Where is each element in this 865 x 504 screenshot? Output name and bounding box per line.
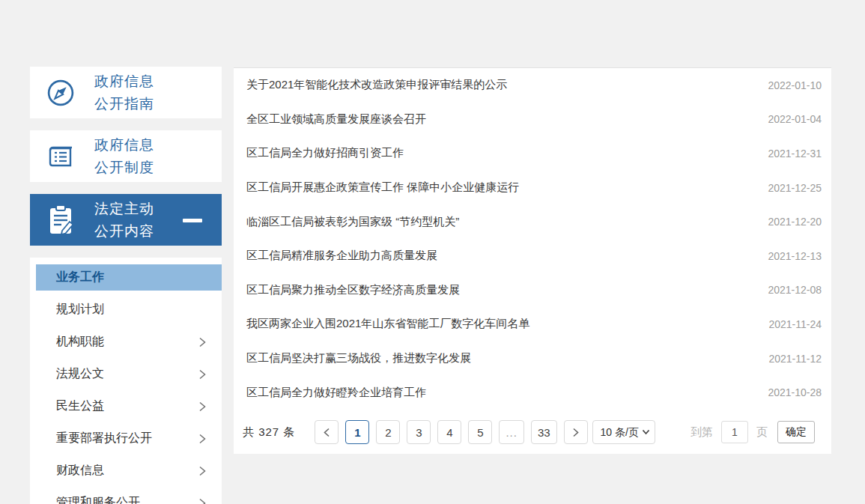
chevron-left-icon (323, 428, 331, 437)
article-title: 区工信局精准服务企业助力高质量发展 (246, 249, 753, 263)
chevron-right-icon (198, 433, 207, 445)
article-title: 区工信局聚力推动全区数字经济高质量发展 (246, 283, 753, 297)
page-number-buttons: 12345...33 (345, 420, 563, 444)
article-title: 关于2021年智能化技术改造政策申报评审结果的公示 (246, 78, 753, 92)
page-number-button[interactable]: ... (499, 420, 524, 444)
article-date: 2021-12-13 (768, 250, 822, 262)
article-date: 2021-10-28 (768, 386, 822, 398)
submenu-item-label: 重要部署执行公开 (56, 431, 152, 446)
article-date: 2021-12-08 (768, 284, 822, 296)
article-title: 全区工业领域高质量发展座谈会召开 (246, 112, 753, 127)
sidebar-submenu-item[interactable]: 管理和服务公开 (30, 487, 222, 504)
submenu-item-label: 法规公文 (56, 366, 104, 382)
goto-page-input[interactable] (721, 421, 748, 443)
sidebar-submenu-item[interactable]: 法规公文 (30, 358, 222, 390)
page-number-button[interactable]: 2 (376, 420, 400, 444)
total-count-label: 共 327 条 (243, 425, 295, 440)
article-title: 我区两家企业入围2021年山东省智能工厂数字化车间名单 (246, 317, 753, 331)
page: 政府信息 公开指南 政府信息 公开制度 (0, 0, 865, 504)
next-page-button[interactable] (564, 420, 588, 444)
article-title: 区工信局全力做好瞪羚企业培育工作 (246, 386, 753, 400)
sidebar-submenu: 业务工作 规划计划 机构职能 法规公文 民生公益 重要部署执行公开 财政信息 (30, 258, 222, 504)
submenu-item-label: 财政信息 (56, 463, 104, 479)
notebook-icon (45, 139, 76, 174)
page-number-button[interactable]: 33 (531, 420, 557, 444)
article-title: 区工信局坚决打赢三场战役，推进数字化发展 (246, 351, 753, 365)
sidebar-item-label: 政府信息 公开制度 (94, 134, 154, 179)
article-title: 区工信局开展惠企政策宣传工作 保障中小企业健康运行 (246, 180, 753, 195)
sidebar-submenu-item[interactable]: 民生公益 (30, 390, 222, 422)
page-size-select-wrap: 10 条/页 (592, 420, 655, 444)
article-row[interactable]: 临淄区工信局被表彰为国家级 “节约型机关” 2021-12-20 (234, 204, 831, 239)
sidebar-submenu-item[interactable]: 业务工作 (36, 264, 222, 291)
article-row[interactable]: 关于2021年智能化技术改造政策申报评审结果的公示 2022-01-10 (234, 68, 831, 103)
article-row[interactable]: 区工信局坚决打赢三场战役，推进数字化发展 2021-11-12 (234, 341, 831, 376)
clipboard-pen-icon (45, 203, 76, 237)
page-number-button[interactable]: 5 (468, 420, 492, 444)
chevron-right-icon (198, 465, 207, 477)
goto-page-group: 到第 页 确定 (691, 421, 815, 443)
page-number-button[interactable]: 4 (437, 420, 461, 444)
submenu-item-label: 管理和服务公开 (56, 495, 140, 504)
goto-prefix-label: 到第 (691, 425, 713, 440)
article-row[interactable]: 我区两家企业入围2021年山东省智能工厂数字化车间名单 2021-11-24 (234, 307, 831, 341)
article-title: 临淄区工信局被表彰为国家级 “节约型机关” (246, 215, 753, 229)
sidebar-item-info-guide[interactable]: 政府信息 公开指南 (30, 67, 222, 118)
sidebar: 政府信息 公开指南 政府信息 公开制度 (30, 67, 222, 504)
submenu-item-label: 业务工作 (56, 270, 104, 285)
article-row[interactable]: 区工信局全力做好瞪羚企业培育工作 2021-10-28 (234, 375, 831, 410)
pagination-bar: 共 327 条 12345...33 10 条/页 到第 (234, 410, 831, 455)
sidebar-item-info-system[interactable]: 政府信息 公开制度 (30, 130, 222, 182)
article-row[interactable]: 区工信局全力做好招商引资工作 2021-12-31 (234, 136, 831, 171)
chevron-right-icon (198, 497, 207, 504)
main-content: 关于2021年智能化技术改造政策申报评审结果的公示 2022-01-10 全区工… (234, 67, 831, 454)
article-date: 2021-12-31 (768, 148, 822, 160)
confirm-button[interactable]: 确定 (777, 421, 815, 443)
article-date: 2021-12-20 (768, 216, 822, 228)
article-row[interactable]: 区工信局精准服务企业助力高质量发展 2021-12-13 (234, 239, 831, 273)
article-row[interactable]: 区工信局开展惠企政策宣传工作 保障中小企业健康运行 2021-12-25 (234, 171, 831, 205)
submenu-item-label: 机构职能 (56, 334, 104, 350)
sidebar-submenu-item[interactable]: 财政信息 (30, 455, 222, 487)
goto-suffix-label: 页 (756, 425, 768, 440)
sidebar-submenu-item[interactable]: 规划计划 (30, 294, 222, 326)
article-date: 2021-12-25 (768, 182, 822, 194)
article-date: 2022-01-10 (768, 79, 822, 91)
chevron-right-icon (198, 368, 207, 380)
chevron-right-icon (571, 428, 580, 437)
sidebar-item-label: 法定主动 公开内容 (94, 198, 154, 243)
sidebar-item-label: 政府信息 公开指南 (94, 70, 154, 115)
page-number-button[interactable]: 1 (345, 420, 369, 444)
article-row[interactable]: 区工信局聚力推动全区数字经济高质量发展 2021-12-08 (234, 273, 831, 308)
sidebar-item-statutory-disclosure[interactable]: 法定主动 公开内容 (30, 194, 222, 246)
page-size-select[interactable]: 10 条/页 (592, 420, 655, 444)
article-date: 2022-01-04 (768, 113, 822, 125)
article-list: 关于2021年智能化技术改造政策申报评审结果的公示 2022-01-10 全区工… (234, 68, 831, 410)
compass-icon (45, 76, 76, 110)
submenu-item-label: 民生公益 (56, 398, 104, 414)
article-date: 2021-11-12 (768, 353, 822, 365)
article-date: 2021-11-24 (768, 318, 822, 330)
article-row[interactable]: 全区工业领域高质量发展座谈会召开 2022-01-04 (234, 103, 831, 137)
chevron-right-icon (198, 401, 207, 413)
sidebar-submenu-item[interactable]: 机构职能 (30, 326, 222, 358)
article-title: 区工信局全力做好招商引资工作 (246, 146, 753, 160)
minus-icon (183, 219, 202, 222)
sidebar-submenu-item[interactable]: 重要部署执行公开 (30, 422, 222, 455)
prev-page-button[interactable] (315, 420, 339, 444)
page-number-button[interactable]: 3 (407, 420, 431, 444)
chevron-right-icon (198, 336, 207, 348)
submenu-item-label: 规划计划 (56, 302, 104, 318)
